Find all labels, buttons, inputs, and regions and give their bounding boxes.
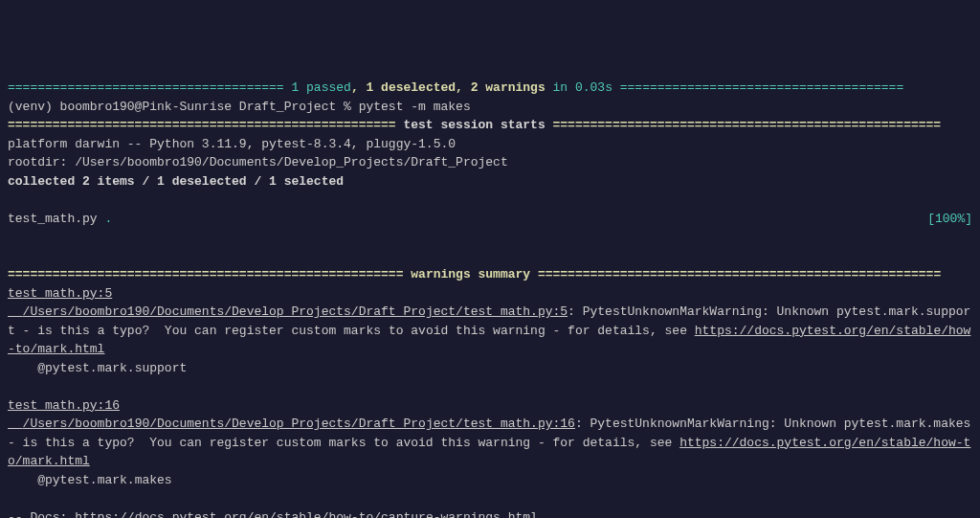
rule-line: ========================================… (546, 118, 941, 132)
time-text: in 0.03s (546, 80, 620, 95)
warning-decorator: @pytest.mark.makes (8, 473, 172, 487)
rule-line: ========================================… (8, 267, 411, 282)
platform-info: platform darwin -- Python 3.11.9, pytest… (8, 137, 456, 151)
warning-message: - is this a typo? You can register custo… (15, 324, 695, 338)
warnings-count: , 2 warnings (456, 80, 546, 95)
test-file: test_math.py (8, 212, 104, 226)
warning-decorator: @pytest.mark.support (8, 361, 187, 375)
warning-path: /Users/boombro190/Documents/Develop_Proj… (8, 417, 575, 431)
test-dot: . (104, 212, 112, 226)
test-result-line: test_math.py .[100%] (8, 210, 972, 229)
rootdir-info: rootdir: /Users/boombro190/Documents/Dev… (8, 155, 508, 169)
docs-prefix: -- Docs: (8, 510, 75, 519)
rule-line: ===================================== (8, 80, 284, 95)
warnings-header: warnings summary (411, 267, 530, 282)
rule-line: ========================================… (8, 118, 403, 132)
rule-line: ========================================… (530, 267, 941, 282)
warning-message: : PytestUnknownMarkWarning: Unknown pyte… (575, 417, 978, 431)
rule-line: ====================================== (620, 80, 903, 95)
collected-info: collected 2 items / 1 deselected / 1 sel… (8, 174, 344, 189)
warning-location: test_math.py:5 (8, 286, 112, 301)
session-header: test session starts (403, 118, 545, 132)
shell-prompt: (venv) boombro190@Pink-Sunrise Draft_Pro… (8, 100, 471, 114)
warning-location: test_math.py:16 (8, 398, 120, 413)
terminal-output[interactable]: ===================================== 1 … (8, 79, 972, 518)
warning-message: - is this a typo? You can register custo… (8, 436, 679, 450)
deselected-count: , 1 deselected (351, 80, 456, 95)
warning-path: /Users/boombro190/Documents/Develop_Proj… (8, 304, 568, 319)
progress-percent: [100%] (927, 210, 972, 229)
docs-link[interactable]: https://docs.pytest.org/en/stable/how-to… (75, 510, 538, 519)
passed-count: 1 passed (284, 80, 351, 95)
